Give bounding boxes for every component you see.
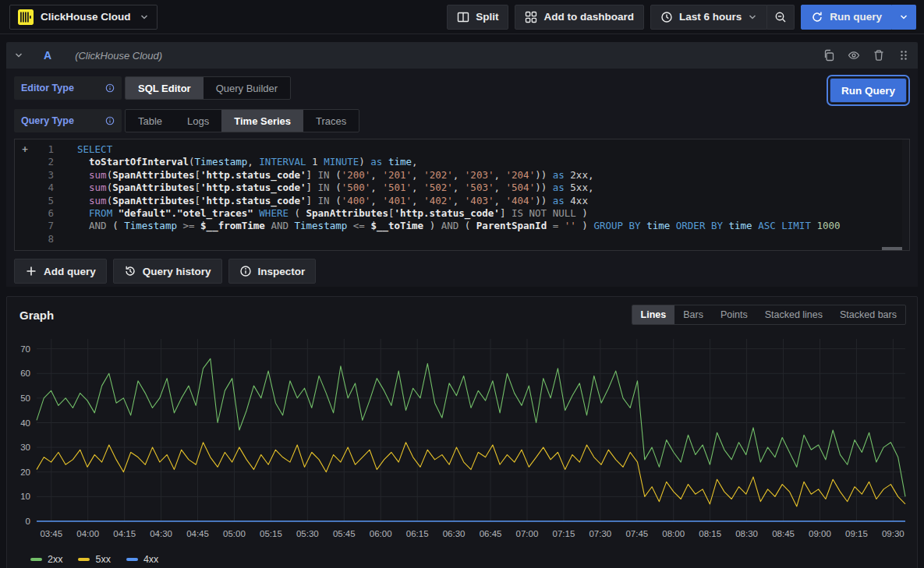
time-range-label: Last 6 hours xyxy=(679,11,742,23)
button-label: Query history xyxy=(143,266,211,277)
series-line-2xx[interactable] xyxy=(37,359,905,497)
x-axis-label: 07:45 xyxy=(625,529,648,538)
x-axis-label: 08:00 xyxy=(662,529,685,538)
editor-type-option-query-builder[interactable]: Query Builder xyxy=(204,77,290,99)
hide-response-eye-icon[interactable] xyxy=(848,49,860,62)
code-line-2[interactable]: 2 toStartOfInterval(Timestamp, INTERVAL … xyxy=(15,156,909,168)
x-axis-label: 07:00 xyxy=(516,529,539,538)
query-history-button[interactable]: Query history xyxy=(113,259,222,284)
x-axis-label: 07:30 xyxy=(589,529,611,538)
code-line-4[interactable]: 4 sum(SpanAttributes['http.status_code']… xyxy=(15,182,909,194)
line-number: 5 xyxy=(35,195,54,207)
collapse-chevron-icon[interactable] xyxy=(14,51,23,60)
code-line-6[interactable]: 6 FROM "default"."otel_traces" WHERE ( S… xyxy=(15,207,909,220)
x-axis-label: 05:00 xyxy=(223,529,246,538)
run-query-label: Run query xyxy=(830,11,882,23)
line-number: 1 xyxy=(35,143,54,156)
chart-legend: 2xx5xx4xx xyxy=(7,552,917,568)
graph-panel: Graph LinesBarsPointsStacked linesStacke… xyxy=(6,296,918,568)
editor-type-option-sql-editor[interactable]: SQL Editor xyxy=(126,77,204,99)
time-series-chart[interactable]: 01020304050607003:4504:0004:1504:3004:45… xyxy=(10,328,911,549)
editor-scrollbar-track[interactable] xyxy=(902,139,909,250)
button-label: Inspector xyxy=(258,266,306,277)
query-row-header[interactable]: A (ClickHouse Cloud) xyxy=(6,42,918,69)
add-to-dashboard-label: Add to dashboard xyxy=(543,11,634,23)
x-axis-label: 06:30 xyxy=(443,529,466,538)
gutter-spacer xyxy=(15,207,35,220)
graph-style-option-points[interactable]: Points xyxy=(712,305,756,324)
button-label: Add query xyxy=(44,266,96,277)
code-line-7[interactable]: 7 AND ( Timestamp >= $__fromTime AND Tim… xyxy=(15,220,909,232)
editor-scrollbar-thumb[interactable] xyxy=(882,247,902,250)
query-ref-id[interactable]: A xyxy=(44,49,51,62)
editor-type-toggle: SQL EditorQuery Builder xyxy=(125,76,291,100)
gutter-spacer xyxy=(15,195,35,207)
query-type-option-logs[interactable]: Logs xyxy=(175,110,221,132)
legend-item-5xx[interactable]: 5xx xyxy=(78,554,110,565)
graph-style-toggle: LinesBarsPointsStacked linesStacked bars xyxy=(632,305,906,325)
graph-style-option-bars[interactable]: Bars xyxy=(674,305,712,324)
explore-toolbar: ClickHouse Cloud Split Add to dashboard … xyxy=(0,0,924,34)
graph-style-option-lines[interactable]: Lines xyxy=(632,305,675,324)
legend-label: 2xx xyxy=(48,554,62,565)
editor-type-label: Editor Type xyxy=(14,76,122,100)
x-axis-label: 09:00 xyxy=(809,529,831,538)
inspector-button[interactable]: Inspector xyxy=(228,259,317,284)
code-line-3[interactable]: 3 sum(SpanAttributes['http.status_code']… xyxy=(15,169,909,182)
legend-label: 4xx xyxy=(143,554,158,565)
sync-icon xyxy=(811,11,823,23)
zoom-out-time-button[interactable] xyxy=(767,5,795,30)
info-circle-icon[interactable] xyxy=(105,83,115,93)
chevron-down-icon xyxy=(140,12,149,22)
x-axis-label: 04:30 xyxy=(150,529,172,538)
run-query-button[interactable]: Run query xyxy=(801,5,892,30)
add-line-icon[interactable]: + xyxy=(15,143,35,156)
query-editor-card: A (ClickHouse Cloud) Editor Type SQL Edi… xyxy=(6,42,918,287)
sql-code-editor[interactable]: +1SELECT2 toStartOfInterval(Timestamp, I… xyxy=(14,139,910,251)
query-footer-buttons: Add queryQuery historyInspector xyxy=(14,251,910,285)
query-type-option-table[interactable]: Table xyxy=(126,110,175,132)
graph-style-option-stacked-bars[interactable]: Stacked bars xyxy=(831,305,905,324)
graph-panel-title: Graph xyxy=(19,309,54,322)
chevron-down-icon xyxy=(748,12,757,22)
gutter-spacer xyxy=(15,233,35,245)
legend-swatch-icon xyxy=(78,558,90,561)
apps-grid-icon xyxy=(525,11,537,23)
y-axis-label: 70 xyxy=(20,344,30,354)
gutter-spacer xyxy=(15,156,35,168)
x-axis-label: 03:45 xyxy=(40,529,62,538)
x-axis-label: 08:45 xyxy=(772,529,795,538)
x-axis-label: 06:15 xyxy=(406,529,429,538)
x-axis-label: 09:15 xyxy=(845,529,868,538)
legend-item-4xx[interactable]: 4xx xyxy=(126,554,158,565)
duplicate-query-icon[interactable] xyxy=(823,49,835,62)
code-line-1[interactable]: +1SELECT xyxy=(15,143,909,156)
x-axis-label: 09:30 xyxy=(882,529,905,538)
split-icon xyxy=(457,11,469,23)
query-type-option-time-series[interactable]: Time Series xyxy=(221,110,303,132)
legend-label: 5xx xyxy=(95,554,110,565)
run-query-interval-dropdown[interactable] xyxy=(892,5,916,30)
split-button[interactable]: Split xyxy=(447,5,508,30)
code-line-8[interactable]: 8 xyxy=(15,233,909,245)
datasource-picker[interactable]: ClickHouse Cloud xyxy=(9,5,158,30)
add-query-button[interactable]: Add query xyxy=(14,259,107,284)
remove-query-trash-icon[interactable] xyxy=(873,49,885,62)
legend-item-2xx[interactable]: 2xx xyxy=(30,554,62,565)
y-axis-label: 0 xyxy=(26,517,30,526)
add-to-dashboard-button[interactable]: Add to dashboard xyxy=(515,5,644,30)
drag-handle-icon[interactable] xyxy=(897,49,910,62)
run-query-inline-button[interactable]: Run Query xyxy=(830,78,907,103)
query-type-option-traces[interactable]: Traces xyxy=(303,110,359,132)
time-range-picker[interactable]: Last 6 hours xyxy=(650,5,767,30)
split-label: Split xyxy=(476,11,498,23)
line-number: 7 xyxy=(35,220,54,232)
graph-style-option-stacked-lines[interactable]: Stacked lines xyxy=(756,305,831,324)
code-line-5[interactable]: 5 sum(SpanAttributes['http.status_code']… xyxy=(15,195,909,207)
info-circle-icon[interactable] xyxy=(105,116,115,125)
query-type-toggle: TableLogsTime SeriesTraces xyxy=(125,109,359,132)
y-axis-label: 30 xyxy=(20,443,30,452)
line-number: 8 xyxy=(35,233,54,245)
gutter-spacer xyxy=(15,169,35,182)
y-axis-label: 60 xyxy=(20,369,30,379)
